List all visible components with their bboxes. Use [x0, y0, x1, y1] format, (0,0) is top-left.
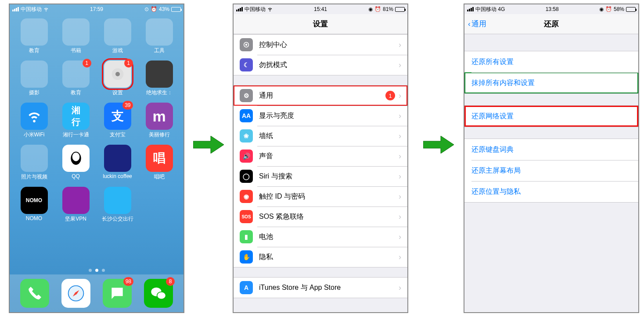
- chevron-right-icon: ›: [399, 253, 401, 262]
- row-sounds[interactable]: 🔊声音›: [234, 146, 407, 166]
- row-siri-search[interactable]: ◯Siri 与搜索›: [234, 166, 407, 186]
- row-itunes-appstore[interactable]: AiTunes Store 与 App Store›: [234, 278, 407, 298]
- 教育-icon: 1: [62, 61, 90, 88]
- app-小米WiFi[interactable]: 小米WiFi: [14, 103, 54, 144]
- do-not-disturb-icon: ☾: [240, 58, 253, 71]
- app-唱吧[interactable]: 唱唱吧: [140, 145, 179, 186]
- row-label: 隐私: [259, 253, 399, 262]
- app-label: 美丽修行: [149, 131, 170, 139]
- svg-point-1: [115, 72, 120, 76]
- app-照片与视频[interactable]: 照片与视频: [14, 145, 54, 186]
- 坚果VPN-icon: [62, 187, 90, 214]
- safari-app[interactable]: [61, 279, 90, 308]
- app-label: QQ: [72, 173, 80, 179]
- alarm-clock-icon: ⏰: [151, 6, 157, 12]
- row-label: 控制中心: [259, 40, 399, 50]
- row-label: 触控 ID 与密码: [259, 192, 399, 201]
- back-button[interactable]: ‹ 通用: [468, 19, 486, 29]
- app-游戏[interactable]: 游戏: [98, 18, 137, 60]
- 湘行一卡通-icon: 湘行: [62, 103, 90, 130]
- back-label: 通用: [471, 19, 486, 29]
- app-工具[interactable]: 工具: [140, 18, 179, 60]
- row-label: 电池: [259, 232, 399, 242]
- row-control-center[interactable]: ⦿控制中心›: [234, 35, 407, 55]
- 书籍-icon: [62, 18, 90, 46]
- app-QQ[interactable]: QQ: [56, 145, 96, 186]
- status-time: 17:59: [90, 6, 103, 12]
- app-教育[interactable]: 1教育: [56, 61, 96, 102]
- phone-app[interactable]: [20, 279, 49, 308]
- status-time: 15:41: [314, 6, 327, 12]
- row-reset-keyboard-dict[interactable]: 还原键盘词典: [464, 139, 638, 160]
- row-label: SOS 紧急联络: [259, 212, 399, 221]
- signal-icon: [236, 7, 243, 11]
- settings-list[interactable]: ⦿控制中心›☾勿扰模式›⚙通用1›AA显示与亮度›❀墙纸›🔊声音›◯Siri 与…: [234, 34, 407, 312]
- 设置-icon: 1: [104, 61, 131, 88]
- reset-list: 还原所有设置抹掉所有内容和设置还原网络设置还原键盘词典还原主屏幕布局还原位置与隐…: [464, 34, 638, 203]
- app-坚果VPN[interactable]: 坚果VPN: [56, 187, 96, 228]
- display-brightness-icon: AA: [240, 109, 253, 122]
- app-书籍[interactable]: 书籍: [56, 18, 96, 60]
- row-battery[interactable]: ▮电池›: [234, 227, 407, 247]
- app-长沙公交出行[interactable]: 长沙公交出行: [98, 187, 137, 228]
- battery-icon: [395, 7, 405, 12]
- row-reset-location-privacy[interactable]: 还原位置与隐私: [464, 181, 638, 202]
- wechat-app[interactable]: 8: [144, 279, 173, 308]
- app-教育[interactable]: 教育: [14, 18, 54, 60]
- badge: 1: [83, 59, 91, 68]
- status-bar: 中国移动 15:41 ◉ ⏰ 81%: [234, 4, 407, 14]
- row-erase-all[interactable]: 抹掉所有内容和设置: [464, 72, 638, 93]
- 小米WiFi-icon: [21, 103, 48, 130]
- alarm-icon: ⊙: [144, 6, 149, 12]
- luckin coffee-icon: [104, 145, 131, 172]
- reset-group-0: 还原所有设置抹掉所有内容和设置: [464, 51, 638, 94]
- app-湘行一卡通[interactable]: 湘行湘行一卡通: [56, 103, 96, 144]
- chevron-left-icon: ‹: [468, 20, 471, 28]
- app-美丽修行[interactable]: m美丽修行: [140, 103, 179, 144]
- 工具-icon: [146, 18, 173, 46]
- app-luckin coffee[interactable]: luckin coffee: [98, 145, 137, 186]
- page-indicator[interactable]: [10, 269, 183, 272]
- row-wallpaper[interactable]: ❀墙纸›: [234, 126, 407, 146]
- row-display-brightness[interactable]: AA显示与亮度›: [234, 106, 407, 126]
- arrow-icon: [193, 136, 224, 153]
- status-bar: 中国移动 17:59 ⊙ ⏰ 43%: [10, 4, 183, 14]
- row-touchid-passcode[interactable]: ◉触控 ID 与密码›: [234, 186, 407, 207]
- chevron-right-icon: ›: [399, 172, 401, 181]
- badge: 98: [123, 277, 133, 286]
- row-label: iTunes Store 与 App Store: [259, 283, 399, 292]
- chevron-right-icon: ›: [399, 152, 401, 161]
- app-label: luckin coffee: [103, 173, 132, 179]
- app-支付宝[interactable]: 支39支付宝: [98, 103, 137, 144]
- messages-app[interactable]: 98: [103, 279, 132, 308]
- wechat-icon: 8: [144, 279, 173, 308]
- row-label: 还原键盘词典: [471, 145, 631, 154]
- app-label: 唱吧: [154, 173, 165, 181]
- row-privacy[interactable]: ✋隐私›: [234, 247, 407, 267]
- 唱吧-icon: 唱: [146, 145, 173, 172]
- app-NOMO[interactable]: NOMONOMO: [14, 187, 54, 228]
- 教育-icon: [21, 18, 48, 46]
- app-label: 绝地求生：: [146, 89, 173, 96]
- reset-group-1: 还原网络设置: [464, 105, 638, 127]
- svg-point-8: [157, 292, 166, 299]
- app-设置[interactable]: 1设置: [98, 61, 137, 102]
- row-reset-all-settings[interactable]: 还原所有设置: [464, 51, 638, 72]
- app-摄影[interactable]: 摄影: [14, 61, 54, 102]
- row-general[interactable]: ⚙通用1›: [234, 85, 407, 106]
- phone-icon: [20, 279, 49, 308]
- phone-reset-screen: 中国移动 4G 13:58 ◉ ⏰ 58% ‹ 通用 还原 还原所有设置抹掉所有…: [464, 4, 639, 313]
- app-绝地求生：[interactable]: 绝地求生：: [140, 61, 179, 102]
- home-screen-grid: 教育书籍游戏工具摄影1教育1设置绝地求生：小米WiFi湘行湘行一卡通支39支付宝…: [10, 14, 183, 228]
- location-icon: ◉: [368, 6, 373, 12]
- signal-icon: [12, 7, 19, 11]
- chevron-right-icon: ›: [399, 91, 401, 100]
- sounds-icon: 🔊: [240, 150, 253, 163]
- touchid-passcode-icon: ◉: [240, 190, 253, 203]
- row-reset-home-layout[interactable]: 还原主屏幕布局: [464, 160, 638, 181]
- battery-percent: 58%: [614, 6, 624, 12]
- row-reset-network[interactable]: 还原网络设置: [464, 106, 638, 127]
- row-emergency-sos[interactable]: SOSSOS 紧急联络›: [234, 207, 407, 227]
- status-time: 13:58: [546, 6, 559, 12]
- row-do-not-disturb[interactable]: ☾勿扰模式›: [234, 55, 407, 75]
